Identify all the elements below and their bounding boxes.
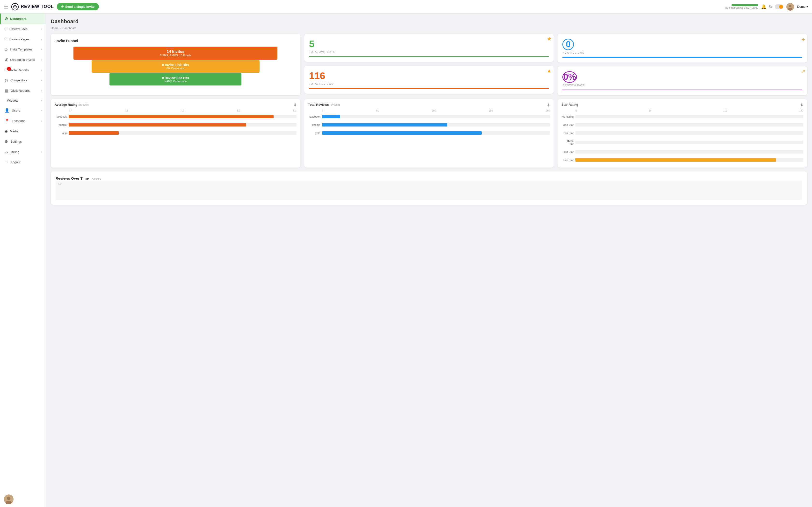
stat-growth-label: GROWTH RATE xyxy=(562,84,802,87)
sidebar-item-invite-reports[interactable]: □ Invite Reports 1 › xyxy=(0,65,46,75)
stat-total-label: TOTAL REVIEWS xyxy=(309,82,549,85)
trend-icon: ↗ xyxy=(801,68,805,74)
stat-total-reviews-card: ▲ 116 TOTAL REVIEWS xyxy=(304,66,554,94)
sidebar-label-widgets: Widgets xyxy=(7,99,39,102)
sidebar-icon-invite-templates: ◇ xyxy=(5,47,7,52)
sidebar-label-invite-templates: Invite Templates xyxy=(10,48,39,51)
sidebar-icon-gmb-reports: ▦ xyxy=(5,89,8,93)
logo-area: REVIEW TOOL xyxy=(11,3,54,11)
total-reviews-subtitle: (By Site) xyxy=(329,103,340,106)
hamburger-icon[interactable]: ☰ xyxy=(4,4,8,10)
stat-growth-card: ↗ 0% GROWTH RATE xyxy=(558,66,807,95)
stat-new-label: NEW REVIEWS xyxy=(562,51,802,54)
star-rating-bars: No Rating One Star Two Star Three Star F… xyxy=(561,113,803,164)
stat-new-value: 0 xyxy=(562,39,574,50)
notification-icon[interactable]: 🔔 xyxy=(761,4,766,9)
star-rating-title: Star Rating ⬇ xyxy=(561,103,803,107)
sidebar-icon-users: 👤 xyxy=(5,108,9,113)
total-reviews-axis: 050100150200 xyxy=(308,109,550,112)
refresh-icon[interactable]: ↻ xyxy=(769,4,772,9)
breadcrumb-home[interactable]: Home xyxy=(51,26,58,30)
sidebar-item-review-sites[interactable]: □ Review Sites › xyxy=(0,24,46,34)
bar-label: One Star xyxy=(561,123,573,126)
stat-total-line xyxy=(309,88,549,89)
bar-row: Two Star xyxy=(561,131,803,135)
star-rating-title-text: Star Rating xyxy=(561,103,578,107)
bar-track xyxy=(575,131,803,135)
bar-fill xyxy=(322,131,481,135)
breadcrumb-separator: › xyxy=(60,26,61,30)
sidebar-item-widgets[interactable]: Widgets › xyxy=(0,96,46,105)
star-icon: ★ xyxy=(547,36,552,42)
sidebar-icon-invite-reports: □ xyxy=(5,68,7,72)
sidebar-chevron-billing: › xyxy=(41,150,42,154)
bar-fill xyxy=(575,158,776,162)
reviews-time-title: Reviews Over Time xyxy=(56,176,89,180)
sidebar-icon-review-pages: □ xyxy=(5,37,7,41)
avg-rating-download-icon[interactable]: ⬇ xyxy=(293,103,297,107)
bar-row: Four Star xyxy=(561,150,803,154)
invite-bar-fill xyxy=(731,4,758,6)
sidebar-icon-scheduled-invites: ↺ xyxy=(5,57,8,62)
sidebar-item-gmb-reports[interactable]: ▦ GMB Reports › xyxy=(0,86,46,96)
sidebar-item-scheduled-invites[interactable]: ↺ Scheduled Invites › xyxy=(0,55,46,65)
sidebar-chevron-review-pages: › xyxy=(41,38,42,41)
bar-track xyxy=(322,123,550,126)
sidebar-icon-logout: → xyxy=(5,160,8,164)
sidebar-item-settings[interactable]: ⚙ Settings xyxy=(0,136,46,147)
send-invite-button[interactable]: ✈ Send a single invite xyxy=(57,3,99,10)
page-title: Dashboard xyxy=(51,18,807,24)
funnel-mid-sub: 0% Conversion xyxy=(166,67,185,70)
sidebar-item-users[interactable]: 👤 Users › xyxy=(0,105,46,116)
toggle-knob xyxy=(779,5,783,9)
avatar[interactable] xyxy=(786,3,794,11)
bar-row: Three Star xyxy=(561,139,803,145)
sidebar-item-competitors[interactable]: ◎ Competitors › xyxy=(0,75,46,86)
sidebar-icon-dashboard: ⊙ xyxy=(5,16,8,21)
sidebar-item-locations[interactable]: 📍 Locations › xyxy=(0,116,46,126)
app-body: ⊙ Dashboard □ Review Sites › □ Review Pa… xyxy=(0,13,812,507)
svg-point-7 xyxy=(7,497,10,500)
plus-icon: + xyxy=(801,36,805,44)
sidebar-chevron-users: › xyxy=(41,109,42,112)
stat-growth-line xyxy=(562,90,802,90)
sidebar-item-billing[interactable]: 🗂 Billing › xyxy=(0,147,46,157)
topnav-icons: 🔔 ↻ xyxy=(761,4,783,9)
sidebar-item-review-pages[interactable]: □ Review Pages › xyxy=(0,34,46,44)
sidebar-item-media[interactable]: ◈ Media xyxy=(0,126,46,136)
sidebar-chevron-review-sites: › xyxy=(41,27,42,31)
svg-point-5 xyxy=(788,8,793,11)
bar-label: Two Star xyxy=(561,131,573,134)
stat-avg-label: TOTAL AVG. RATE xyxy=(309,50,549,53)
stat-new-reviews-card: + 0 NEW REVIEWS xyxy=(558,34,807,62)
bar-row: facebook xyxy=(55,115,297,118)
avg-rating-axis: 4.74.84.95.05.1 xyxy=(55,109,297,112)
bar-track xyxy=(322,131,550,135)
bar-label: Three Star xyxy=(561,139,573,145)
sidebar-item-logout[interactable]: → Logout xyxy=(0,157,46,167)
stat-total-value: 116 xyxy=(309,70,549,81)
bar-track xyxy=(575,115,803,118)
total-reviews-download-icon[interactable]: ⬇ xyxy=(547,103,550,107)
sidebar-label-review-pages: Review Pages xyxy=(9,38,39,41)
sidebar-label-locations: Locations xyxy=(12,119,39,123)
demo-menu[interactable]: Demo ▾ xyxy=(797,5,808,8)
main-content: Dashboard Home › Dashboard Invite Funnel… xyxy=(46,13,812,507)
sidebar-label-users: Users xyxy=(12,109,39,112)
bar-label: No Rating xyxy=(561,115,573,118)
funnel-bot-layer: 0 Review Site Hits NAN% Conversion xyxy=(109,73,242,86)
bar-track xyxy=(575,150,803,154)
stat-new-line xyxy=(562,57,802,58)
stat-avg-value: 5 xyxy=(309,39,549,50)
sidebar-item-invite-templates[interactable]: ◇ Invite Templates › xyxy=(0,44,46,55)
sidebar-label-competitors: Competitors xyxy=(10,78,39,82)
toggle-button[interactable] xyxy=(775,4,783,9)
demo-label-text: Demo xyxy=(797,5,806,8)
sidebar-item-dashboard[interactable]: ⊙ Dashboard xyxy=(0,13,46,24)
topnav-right: Invite Remaining: 14927/15000 🔔 ↻ Demo ▾ xyxy=(725,3,808,11)
bar-track xyxy=(69,123,297,126)
invite-remaining-bar: Invite Remaining: 14927/15000 xyxy=(725,4,758,9)
star-rating-download-icon[interactable]: ⬇ xyxy=(800,103,803,107)
bar-label: Five Star xyxy=(561,159,573,162)
svg-point-4 xyxy=(789,5,792,7)
